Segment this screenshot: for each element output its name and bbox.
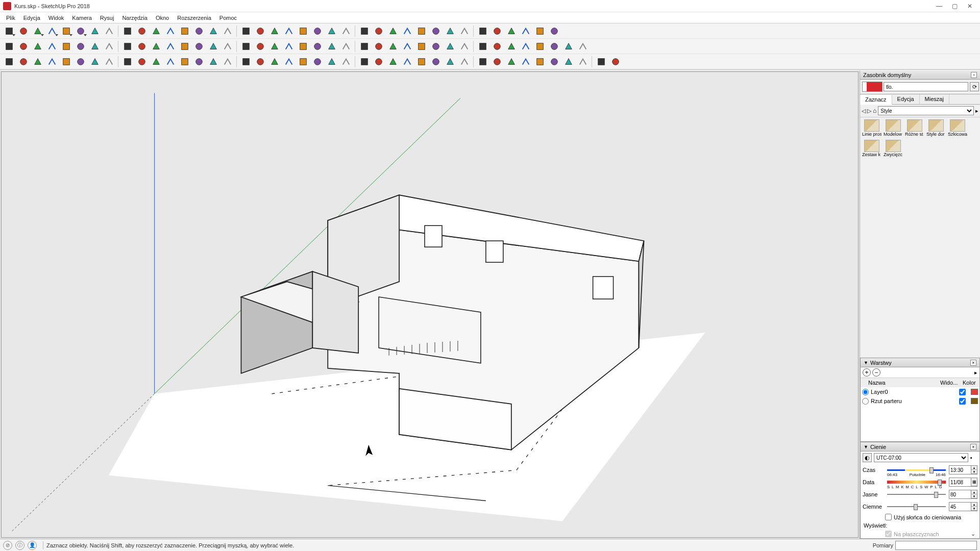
style-thumb[interactable]: Zestaw k xyxy=(862,140,881,158)
toolbar-button[interactable] xyxy=(505,24,518,38)
toolbar-button[interactable] xyxy=(491,40,504,53)
layer-row[interactable]: Layer0 xyxy=(861,387,979,396)
toolbar-button[interactable] xyxy=(178,24,191,38)
menu-edycja[interactable]: Edycja xyxy=(19,14,44,22)
toolbar-button[interactable] xyxy=(401,55,414,68)
minimize-button[interactable]: — xyxy=(932,1,946,11)
toolbar-button[interactable] xyxy=(282,40,296,53)
toolbar-button[interactable] xyxy=(386,55,400,68)
col-color[interactable]: Kolor xyxy=(963,380,978,386)
toolbar-button[interactable] xyxy=(297,55,310,68)
toolbar-button[interactable] xyxy=(60,55,73,68)
toolbar-button[interactable] xyxy=(519,24,532,38)
toolbar-button[interactable] xyxy=(254,24,267,38)
toolbar-button[interactable] xyxy=(311,40,324,53)
toolbar-button[interactable] xyxy=(192,40,206,53)
toolbar-button[interactable] xyxy=(3,55,16,68)
shadows-panel-header[interactable]: ▼Cienie × xyxy=(861,442,979,452)
toolbar-button[interactable] xyxy=(88,24,102,38)
layers-close-icon[interactable]: × xyxy=(970,360,976,366)
layer-row[interactable]: Rzut parteru xyxy=(861,396,979,406)
toolbar-button[interactable] xyxy=(533,24,547,38)
layers-panel-header[interactable]: ▼Warstwy × xyxy=(861,358,979,367)
nav-back-icon[interactable]: ◁ xyxy=(862,108,866,114)
toolbar-button[interactable] xyxy=(325,55,338,68)
layer-visible-checkbox[interactable] xyxy=(959,398,966,405)
maximize-button[interactable]: ▢ xyxy=(947,1,962,11)
user-status-icon[interactable]: 👤 xyxy=(28,541,37,550)
toolbar-button[interactable] xyxy=(548,40,561,53)
toolbar-button[interactable] xyxy=(74,55,87,68)
style-category-select[interactable]: Style xyxy=(878,106,974,115)
toolbar-button[interactable] xyxy=(519,55,532,68)
toolbar-button[interactable] xyxy=(576,40,590,53)
toolbar-button[interactable] xyxy=(562,55,575,68)
toolbar-button[interactable] xyxy=(358,40,371,53)
toolbar-button[interactable] xyxy=(207,24,220,38)
toolbar-button[interactable] xyxy=(192,55,206,68)
timezone-select[interactable]: UTC-07:00 xyxy=(874,453,968,462)
toolbar-button[interactable] xyxy=(31,40,44,53)
toolbar-button[interactable] xyxy=(74,24,87,38)
toolbar-button[interactable] xyxy=(17,24,30,38)
toolbar-button[interactable] xyxy=(150,40,163,53)
toolbar-button[interactable] xyxy=(429,55,443,68)
col-visibility[interactable]: Wido... xyxy=(940,380,963,386)
toolbar-button[interactable] xyxy=(339,24,353,38)
material-preview[interactable] xyxy=(862,82,883,92)
toolbar-button[interactable] xyxy=(491,24,504,38)
layer-active-radio[interactable] xyxy=(862,398,869,405)
light-slider[interactable] xyxy=(887,491,946,498)
close-button[interactable]: ✕ xyxy=(963,1,977,11)
tray-pin-icon[interactable]: ▫ xyxy=(971,72,977,78)
toolbar-button[interactable] xyxy=(311,24,324,38)
toolbar-button[interactable] xyxy=(415,24,428,38)
toolbar-button[interactable] xyxy=(31,24,44,38)
date-value[interactable]: 11/08 xyxy=(949,478,971,487)
geo-status-icon[interactable]: ⊘ xyxy=(3,541,12,550)
toolbar-button[interactable] xyxy=(135,24,149,38)
credits-status-icon[interactable]: ⓘ xyxy=(15,541,24,550)
layer-menu-icon[interactable]: ▸ xyxy=(974,369,977,376)
toolbar-button[interactable] xyxy=(239,55,253,68)
dark-spinner[interactable]: ▲▼ xyxy=(971,502,977,511)
details-icon[interactable]: ▸ xyxy=(975,108,978,114)
layer-active-radio[interactable] xyxy=(862,389,869,395)
layer-visible-checkbox[interactable] xyxy=(959,389,966,395)
toolbar-button[interactable] xyxy=(533,40,547,53)
toolbar-button[interactable] xyxy=(121,55,134,68)
toolbar-button[interactable] xyxy=(548,24,561,38)
style-thumb[interactable]: Zwycięzc xyxy=(884,140,903,158)
menu-rozszerzenia[interactable]: Rozszerzenia xyxy=(173,14,215,22)
tray-header[interactable]: Zasobnik domyślny ▫ xyxy=(860,70,980,80)
toolbar-button[interactable] xyxy=(533,55,547,68)
3d-viewport[interactable] xyxy=(1,71,859,538)
toolbar-button[interactable] xyxy=(164,40,177,53)
toolbar-button[interactable] xyxy=(45,24,59,38)
toolbar-button[interactable] xyxy=(31,55,44,68)
add-layer-button[interactable]: + xyxy=(863,368,871,377)
toolbar-button[interactable] xyxy=(358,24,371,38)
tab-mix[interactable]: Mieszaj xyxy=(920,94,949,104)
time-slider[interactable]: 06:43 Południe 16:46 xyxy=(887,466,946,473)
toolbar-button[interactable] xyxy=(74,40,87,53)
toolbar-button[interactable] xyxy=(476,24,489,38)
toolbar-button[interactable] xyxy=(135,40,149,53)
toolbar-button[interactable] xyxy=(548,55,561,68)
toolbar-button[interactable] xyxy=(297,40,310,53)
toolbar-button[interactable] xyxy=(254,40,267,53)
tab-edit[interactable]: Edycja xyxy=(892,94,920,104)
toolbar-button[interactable] xyxy=(3,40,16,53)
toolbar-button[interactable] xyxy=(372,55,385,68)
toolbar-button[interactable] xyxy=(254,55,267,68)
toolbar-button[interactable] xyxy=(415,40,428,53)
toolbar-button[interactable] xyxy=(150,24,163,38)
date-slider[interactable]: S L M K M C L S W P L G xyxy=(887,479,946,486)
toolbar-button[interactable] xyxy=(221,55,234,68)
toolbar-button[interactable] xyxy=(45,55,59,68)
toolbar-button[interactable] xyxy=(268,24,281,38)
toolbar-button[interactable] xyxy=(88,55,102,68)
toolbar-button[interactable] xyxy=(401,24,414,38)
menu-plik[interactable]: Plik xyxy=(2,14,19,22)
use-sun-checkbox[interactable] xyxy=(885,514,892,520)
